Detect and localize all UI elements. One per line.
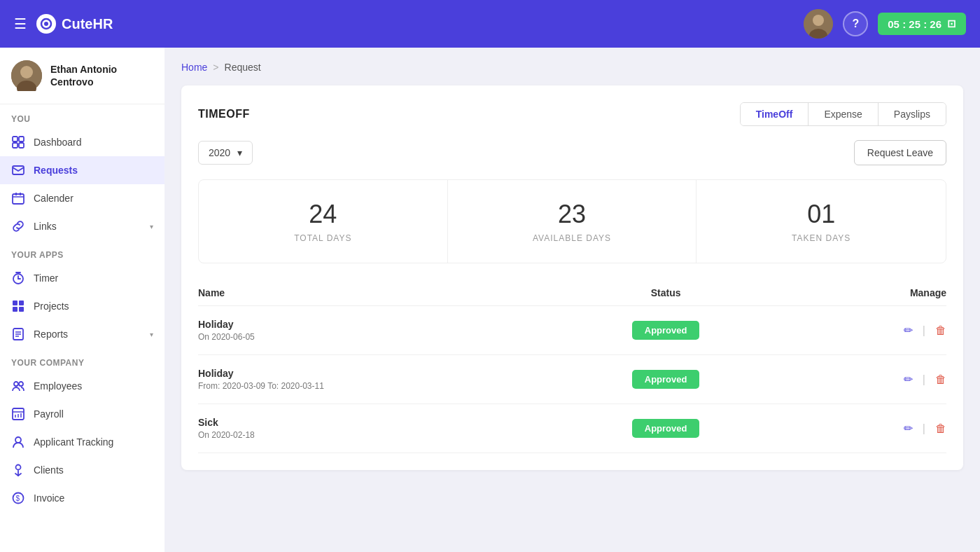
svg-point-30	[19, 382, 23, 386]
svg-rect-21	[13, 301, 18, 305]
stat-taken-value: 01	[708, 200, 934, 229]
links-chevron: ▾	[150, 223, 153, 230]
sidebar: Ethan Antonio Centrovo You Dashboard	[0, 48, 164, 552]
row1-status: Approved	[573, 321, 760, 340]
stat-total-days: 24 TOTAL DAYS	[199, 180, 448, 263]
row3-name: Sick On 2020-02-18	[198, 417, 573, 440]
stat-total-value: 24	[210, 200, 436, 229]
request-leave-button[interactable]: Request Leave	[854, 140, 946, 165]
tab-group: TimeOff Expense Payslips	[740, 102, 946, 126]
svg-point-29	[14, 382, 18, 386]
sidebar-username: Ethan Antonio Centrovo	[50, 63, 153, 88]
topbar-avatar[interactable]	[804, 9, 833, 39]
sidebar-item-employees[interactable]: Employees	[0, 372, 164, 400]
stat-taken-days: 01 TAKEN DAYS	[696, 180, 946, 263]
svg-point-3	[813, 15, 824, 26]
sidebar-item-dashboard[interactable]: Dashboard	[0, 128, 164, 156]
calender-icon	[11, 191, 25, 205]
applicant-tracking-icon	[11, 435, 25, 449]
breadcrumb-home[interactable]: Home	[181, 62, 207, 73]
svg-rect-10	[13, 143, 18, 148]
breadcrumb-separator: >	[213, 62, 218, 73]
dashboard-icon	[11, 135, 25, 149]
row2-name: Holiday From: 2020-03-09 To: 2020-03-11	[198, 368, 573, 391]
timeoff-card: TIMEOFF TimeOff Expense Payslips 2020 ▾ …	[181, 85, 963, 470]
row3-manage: ✏ | 🗑	[760, 422, 946, 435]
col-header-status: Status	[573, 287, 760, 298]
svg-rect-22	[19, 301, 24, 305]
breadcrumb-current: Request	[225, 62, 261, 73]
sidebar-item-calender[interactable]: Calender	[0, 184, 164, 212]
help-button[interactable]: ?	[843, 11, 868, 36]
col-header-manage: Manage	[760, 287, 946, 298]
row3-manage-divider: |	[923, 422, 925, 435]
svg-rect-8	[13, 137, 18, 142]
row1-manage: ✏ | 🗑	[760, 324, 946, 337]
row2-name-main: Holiday	[198, 368, 573, 379]
year-selector[interactable]: 2020 ▾	[198, 141, 253, 165]
topbar-left: ☰ CuteHR	[14, 14, 113, 34]
reports-label: Reports	[34, 329, 68, 340]
row1-delete-icon[interactable]: 🗑	[935, 324, 946, 337]
row2-manage: ✏ | 🗑	[760, 373, 946, 386]
row1-status-badge: Approved	[632, 321, 700, 340]
row3-status: Approved	[573, 419, 760, 438]
sidebar-item-requests[interactable]: Requests	[0, 156, 164, 184]
sidebar-item-links[interactable]: Links ▾	[0, 212, 164, 240]
main-layout: Ethan Antonio Centrovo You Dashboard	[0, 48, 980, 552]
col-header-name: Name	[198, 287, 573, 298]
svg-rect-24	[19, 307, 24, 312]
tab-expense[interactable]: Expense	[808, 103, 878, 125]
stats-row: 24 TOTAL DAYS 23 AVAILABLE DAYS 01 TAKEN…	[198, 179, 946, 263]
table-row: Holiday From: 2020-03-09 To: 2020-03-11 …	[198, 355, 946, 404]
employees-icon	[11, 379, 25, 393]
row3-name-main: Sick	[198, 417, 573, 428]
row1-edit-icon[interactable]: ✏	[904, 324, 913, 337]
reports-chevron: ▾	[150, 331, 153, 338]
svg-point-1	[44, 22, 48, 26]
row2-edit-icon[interactable]: ✏	[904, 373, 913, 386]
payroll-icon	[11, 407, 25, 421]
row2-manage-divider: |	[923, 373, 925, 386]
svg-point-37	[16, 465, 21, 470]
reports-icon	[11, 327, 25, 341]
sidebar-item-projects[interactable]: Projects	[0, 292, 164, 320]
tab-payslips[interactable]: Payslips	[878, 103, 946, 125]
logo: CuteHR	[36, 14, 113, 34]
leave-table: Name Status Manage Holiday On 2020-06-05…	[198, 280, 946, 453]
sidebar-item-invoice[interactable]: $ Invoice	[0, 484, 164, 512]
year-value: 2020	[209, 147, 230, 158]
sidebar-item-applicant-tracking[interactable]: Applicant Tracking	[0, 428, 164, 456]
row3-status-badge: Approved	[632, 419, 700, 438]
employees-label: Employees	[34, 380, 82, 392]
row3-edit-icon[interactable]: ✏	[904, 422, 913, 435]
sidebar-user-section: Ethan Antonio Centrovo	[0, 48, 164, 104]
timer-badge[interactable]: 05 : 25 : 26 ⊡	[878, 13, 966, 35]
sidebar-item-timer[interactable]: Timer	[0, 264, 164, 292]
year-chevron-icon: ▾	[237, 147, 242, 158]
timer-icon	[11, 271, 25, 285]
sidebar-item-reports[interactable]: Reports ▾	[0, 320, 164, 348]
stat-taken-label: TAKEN DAYS	[708, 233, 934, 243]
hamburger-icon[interactable]: ☰	[14, 15, 27, 32]
stat-available-days: 23 AVAILABLE DAYS	[448, 180, 697, 263]
svg-rect-11	[19, 143, 24, 148]
sidebar-item-payroll[interactable]: Payroll	[0, 400, 164, 428]
timer-label: Timer	[34, 272, 58, 284]
sidebar-item-clients[interactable]: Clients	[0, 456, 164, 484]
clients-label: Clients	[34, 464, 64, 476]
links-icon	[11, 219, 25, 233]
invoice-icon: $	[11, 491, 25, 505]
tab-timeoff[interactable]: TimeOff	[741, 103, 809, 125]
your-apps-section-label: Your Apps	[0, 240, 164, 264]
row2-status-badge: Approved	[632, 370, 700, 389]
logo-text: CuteHR	[62, 16, 113, 32]
calender-label: Calender	[34, 193, 74, 204]
svg-rect-9	[19, 137, 24, 142]
links-label: Links	[34, 221, 57, 232]
payroll-label: Payroll	[34, 408, 64, 420]
dashboard-label: Dashboard	[34, 137, 82, 148]
svg-point-6	[20, 66, 33, 78]
row3-delete-icon[interactable]: 🗑	[935, 422, 946, 435]
row2-delete-icon[interactable]: 🗑	[935, 373, 946, 386]
